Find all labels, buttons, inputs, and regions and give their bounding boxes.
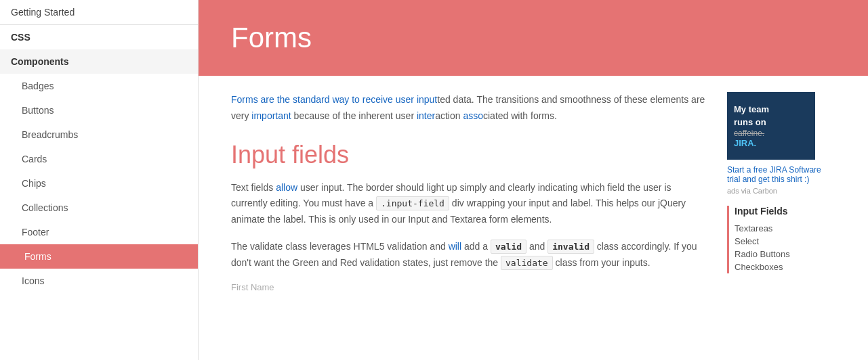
sidebar-item-breadcrumbs[interactable]: Breadcrumbs (0, 122, 198, 147)
toc-title: Input Fields (735, 206, 835, 217)
sidebar-item-cards[interactable]: Cards (0, 147, 198, 171)
ad-via: ads via Carbon (727, 187, 835, 195)
content-body: Forms are the standard way to receive us… (231, 92, 705, 344)
para2-text-c: and (526, 241, 547, 252)
code-invalid: invalid (547, 240, 594, 254)
toc-item-select[interactable]: Select (735, 235, 835, 248)
hero-banner: Forms (199, 0, 868, 76)
para1: Text fields allow user input. The border… (231, 180, 705, 228)
ad-banner[interactable]: My team runs on caffeine. JIRA. (727, 92, 815, 160)
first-name-label: First Name (231, 282, 705, 292)
main-content: Forms Forms are the standard way to rece… (199, 0, 868, 360)
intro-text-3: action (435, 110, 463, 121)
intro-link-important: important (251, 110, 291, 121)
code-valid: valid (491, 240, 526, 254)
intro-link-forms: Forms are the standard way to receive us… (231, 94, 437, 105)
sidebar-item-chips[interactable]: Chips (0, 171, 198, 196)
ad-link[interactable]: Start a free JIRA Software trial and get… (727, 165, 835, 184)
intro-paragraph: Forms are the standard way to receive us… (231, 92, 705, 125)
sidebar-item-footer[interactable]: Footer (0, 220, 198, 244)
ad-line2: runs on (734, 116, 808, 129)
ad-strikethrough: caffeine. (734, 129, 808, 138)
para2-text-a: The validate class leverages HTML5 valid… (231, 241, 449, 252)
para2: The validate class leverages HTML5 valid… (231, 239, 705, 271)
para2-text-b: add a (461, 241, 491, 252)
para1-text-a: Text fields (231, 182, 276, 193)
code-validate: validate (501, 256, 553, 270)
sidebar-item-css[interactable]: CSS (0, 25, 198, 49)
table-of-contents: Input Fields Textareas Select Radio Butt… (727, 206, 835, 273)
intro-link-interaction: inter (417, 110, 435, 121)
toc-item-textareas[interactable]: Textareas (735, 222, 835, 235)
sidebar-item-getting-started[interactable]: Getting Started (0, 0, 198, 25)
intro-text-2: because of the inherent user (291, 110, 417, 121)
ad-brand: JIRA. (734, 138, 808, 148)
code-input-field: .input-field (376, 196, 449, 210)
para2-link-will: will (449, 241, 461, 252)
right-sidebar: My team runs on caffeine. JIRA. Start a … (727, 92, 835, 344)
sidebar-item-icons[interactable]: Icons (0, 269, 198, 293)
ad-line1: My team (734, 104, 808, 116)
page-title: Forms (231, 22, 835, 54)
sidebar-item-forms[interactable]: Forms (0, 244, 198, 269)
toc-item-radio-buttons[interactable]: Radio Buttons (735, 248, 835, 261)
para1-link-allow: allow (276, 182, 297, 193)
sidebar-section-components[interactable]: Components (0, 49, 198, 74)
sidebar-item-badges[interactable]: Badges (0, 74, 198, 98)
para2-text-e: class from your inputs. (553, 257, 650, 268)
intro-link-associated: asso (463, 110, 483, 121)
sidebar: Getting Started CSS Components Badges Bu… (0, 0, 199, 360)
input-fields-heading: Input fields (231, 141, 705, 169)
sidebar-item-collections[interactable]: Collections (0, 196, 198, 220)
toc-item-checkboxes[interactable]: Checkboxes (735, 261, 835, 273)
sidebar-item-buttons[interactable]: Buttons (0, 98, 198, 122)
intro-text-4: ciated with forms. (483, 110, 557, 121)
